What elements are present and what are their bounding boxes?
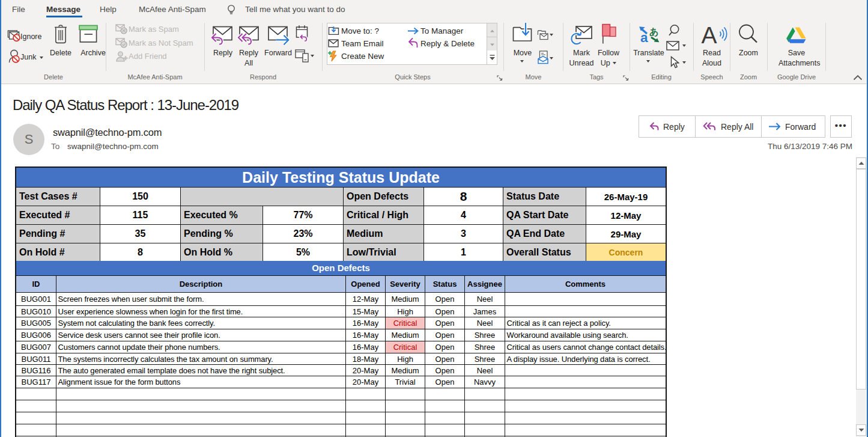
svg-text:あ: あ bbox=[649, 26, 658, 37]
svg-text:A: A bbox=[702, 25, 717, 44]
